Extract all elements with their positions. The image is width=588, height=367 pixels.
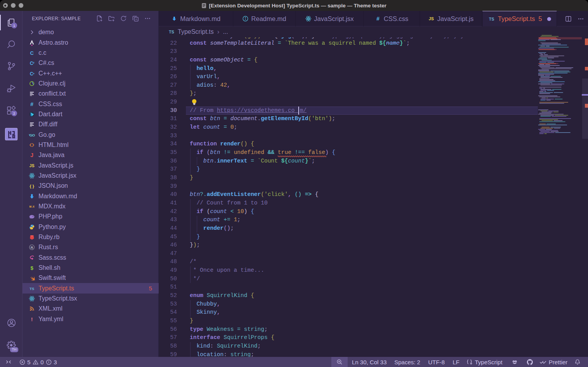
svg-text:TS: TS [489,17,494,21]
svg-text:+: + [33,72,35,75]
svg-text:#: # [30,101,33,107]
svg-text:!: ! [31,316,33,322]
svg-text:JS: JS [30,163,35,168]
svg-text:TS: TS [30,287,34,290]
svg-text:GO: GO [30,133,35,137]
svg-text:{ }: { } [30,184,34,189]
svg-text:TS: TS [169,30,174,34]
svg-text:#: # [376,16,380,22]
svg-text:C: C [30,50,34,56]
svg-text:JS: JS [429,16,434,21]
svg-text:$: $ [30,265,33,271]
svg-text:#: # [33,61,35,64]
svg-text:R: R [31,246,33,250]
svg-text:M↓X: M↓X [30,205,35,208]
svg-text:J: J [30,152,33,158]
